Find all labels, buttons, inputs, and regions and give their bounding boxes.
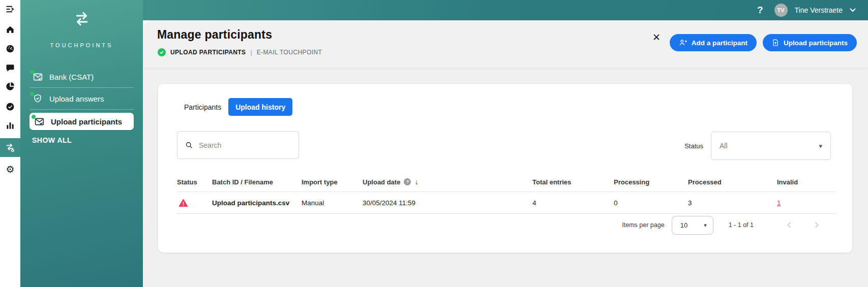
table-header-row: Status Batch ID / Filename Import type U… (177, 175, 835, 188)
status-select[interactable]: All ▾ (711, 132, 831, 160)
tabs: Participants Upload history (177, 98, 292, 116)
sidebar-item-bank-csat[interactable]: Bank (CSAT) (20, 66, 143, 87)
col-total-entries: Total entries (532, 178, 614, 186)
top-bar: ? TV Tine Verstraete (20, 0, 868, 20)
check-circle-icon[interactable] (0, 100, 20, 113)
show-all-link[interactable]: SHOW ALL (32, 136, 72, 144)
col-batch-filename: Batch ID / Filename (212, 178, 302, 186)
upload-history-card: Participants Upload history Status All ▾… (158, 84, 852, 252)
user-menu-chevron-down-icon[interactable] (850, 8, 856, 12)
invalid-count-link[interactable]: 1 (777, 199, 781, 207)
breadcrumb-separator: | (251, 49, 252, 56)
participant-flows-icon[interactable] (0, 138, 20, 157)
row-total-entries-cell: 4 (532, 199, 614, 207)
col-upload-date-label: Upload date (363, 178, 400, 186)
col-processing: Processing (614, 178, 688, 186)
page-header: Manage participants UPLOAD PARTICIPANTS … (143, 20, 868, 68)
items-per-page-select[interactable]: 10 ▾ (672, 216, 713, 235)
settings-gear-icon[interactable]: ⚙ (0, 163, 20, 176)
help-icon[interactable]: ? (757, 5, 763, 16)
items-per-page-value: 10 (680, 221, 687, 229)
status-select-value: All (720, 142, 728, 150)
search-icon (185, 141, 193, 150)
status-dot (32, 115, 36, 119)
mail-check-icon (34, 116, 45, 127)
add-participant-button[interactable]: Add a participant (670, 34, 757, 51)
sidebar-item-label: Upload participants (51, 117, 122, 126)
info-icon[interactable]: ? (404, 178, 411, 185)
pagination: Items per page 10 ▾ 1 - 1 of 1 (177, 214, 823, 236)
file-upload-icon (772, 39, 780, 47)
search-input[interactable] (199, 141, 291, 149)
avatar[interactable]: TV (774, 4, 788, 17)
row-processing-cell: 0 (614, 199, 688, 207)
status-filter: Status All ▾ (684, 132, 831, 160)
mail-check-icon (32, 71, 43, 82)
sidebar-toggle-icon[interactable] (0, 3, 20, 16)
home-icon[interactable] (0, 23, 20, 36)
col-invalid: Invalid (777, 178, 835, 186)
col-upload-date: Upload date ? ↓ (363, 178, 532, 186)
row-status-cell (177, 199, 212, 207)
items-per-page-label: Items per page (622, 221, 664, 229)
shield-check-icon (32, 93, 43, 104)
col-import-type: Import type (302, 178, 363, 186)
row-import-type-cell: Manual (302, 199, 363, 207)
col-processed: Processed (688, 178, 777, 186)
warning-icon[interactable] (178, 199, 188, 207)
upload-participants-label: Upload participants (784, 39, 848, 47)
app-window: ⚙ TOUCHPOINTS Bank (CSAT) Upload answer (0, 0, 868, 287)
divider (29, 109, 134, 110)
sidebar-nav: Bank (CSAT) Upload answers Upload partic… (20, 66, 143, 132)
user-name: Tine Verstraete (795, 6, 843, 14)
bar-chart-icon[interactable] (0, 119, 20, 132)
next-page-icon[interactable] (811, 219, 823, 231)
close-icon[interactable]: ✕ (652, 33, 661, 42)
row-invalid-cell: 1 (777, 199, 835, 207)
sidebar: TOUCHPOINTS Bank (CSAT) Upload answers (20, 0, 143, 287)
row-filename-cell: Upload participants.csv (212, 199, 302, 207)
touchpoints-logo-icon (20, 10, 143, 27)
tab-upload-history[interactable]: Upload history (228, 98, 292, 116)
person-add-icon (679, 39, 687, 47)
row-processed-cell: 3 (688, 199, 777, 207)
tab-participants[interactable]: Participants (177, 98, 228, 116)
col-status: Status (177, 178, 212, 186)
sort-desc-icon[interactable]: ↓ (414, 178, 418, 186)
icon-rail: ⚙ (0, 0, 20, 287)
sidebar-item-label: Bank (CSAT) (49, 73, 94, 81)
breadcrumb: UPLOAD PARTICIPANTS | E-MAIL TOUCHPOINT (158, 48, 322, 56)
status-filter-label: Status (684, 142, 703, 150)
comments-icon[interactable] (0, 61, 20, 75)
pie-chart-icon[interactable] (0, 80, 20, 93)
breadcrumb-context: E-MAIL TOUCHPOINT (257, 49, 322, 56)
brand-name: TOUCHPOINTS (20, 42, 143, 48)
dashboard-gauge-icon[interactable] (0, 42, 20, 55)
search-box (177, 131, 299, 159)
chevron-down-icon: ▾ (819, 142, 822, 150)
status-dot (30, 70, 34, 74)
page-title: Manage participants (157, 28, 272, 42)
chevron-down-icon: ▾ (704, 222, 707, 229)
main-content: Manage participants UPLOAD PARTICIPANTS … (143, 20, 868, 287)
upload-participants-button[interactable]: Upload participants (763, 34, 857, 51)
status-dot (30, 92, 34, 96)
sidebar-item-upload-participants[interactable]: Upload participants (29, 113, 134, 130)
sidebar-item-upload-answers[interactable]: Upload answers (20, 88, 143, 109)
add-participant-label: Add a participant (692, 39, 747, 47)
previous-page-icon[interactable] (783, 219, 795, 231)
sidebar-item-label: Upload answers (49, 94, 104, 103)
pagination-range: 1 - 1 of 1 (729, 221, 754, 229)
breadcrumb-step: UPLOAD PARTICIPANTS (170, 49, 246, 56)
table-row: Upload participants.csv Manual 30/05/202… (177, 192, 835, 213)
step-complete-check-icon (158, 48, 166, 56)
row-upload-date-cell: 30/05/2024 11:59 (363, 199, 532, 207)
